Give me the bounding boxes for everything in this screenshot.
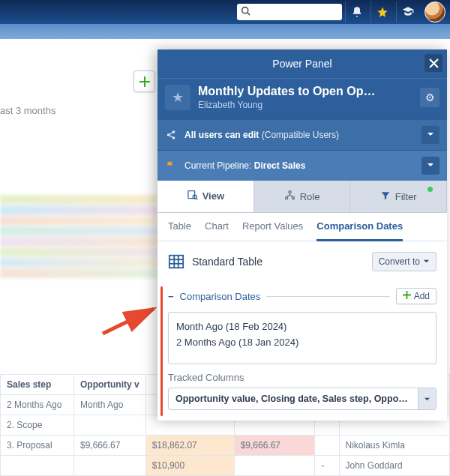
favorite-toggle[interactable]: ★ [165, 85, 190, 110]
comparison-dates-section: − Comparison Dates Add Month Ago (18 Feb… [158, 282, 447, 421]
table-row: 3. Proposal $9,666.67 $18,862.07 $9,666.… [1, 436, 450, 456]
col-opportunity-value: Opportunity v [74, 375, 146, 395]
global-search[interactable] [237, 4, 342, 20]
plus-icon [403, 291, 411, 301]
pipeline-strip[interactable]: Current Pipeline: Direct Sales [158, 150, 447, 181]
favorites-star-icon[interactable] [370, 1, 393, 22]
gear-icon: ⚙ [425, 91, 435, 103]
pipeline-flag-icon [165, 160, 177, 171]
comparison-dates-list[interactable]: Month Ago (18 Feb 2024) 2 Months Ago (18… [168, 312, 436, 364]
tracked-columns-value: Opportunity value, Closing date, Sales s… [169, 388, 418, 409]
chevron-down-icon [427, 160, 434, 171]
user-avatar[interactable] [424, 1, 446, 22]
pipeline-label: Current Pipeline: Direct Sales [184, 160, 305, 171]
report-title: Monthly Updates to Open Op… [198, 85, 412, 98]
primary-tabs: View Role Filter [158, 181, 447, 213]
subtab-comparison-dates[interactable]: Comparison Dates [316, 220, 403, 241]
pipeline-expand[interactable] [422, 157, 440, 175]
filter-icon [380, 190, 391, 203]
svg-point-0 [242, 7, 248, 13]
panel-title: Power Panel [272, 58, 332, 70]
svg-line-10 [196, 199, 197, 200]
chart-wash [0, 195, 158, 279]
svg-line-15 [286, 196, 290, 197]
sharing-strip[interactable]: All users can edit (Compatible Users) [158, 119, 447, 150]
tracked-columns-select[interactable]: Opportunity value, Closing date, Sales s… [168, 388, 436, 410]
subhead-2-months-ago: 2 Months Ago [1, 395, 74, 415]
list-item[interactable]: Month Ago (18 Feb 2024) [176, 319, 428, 334]
minimize-icon[interactable]: − [168, 291, 174, 302]
svg-line-16 [290, 196, 292, 197]
svg-point-14 [292, 197, 294, 199]
svg-line-1 [248, 13, 250, 15]
section-title: Comparison Dates [180, 291, 261, 302]
date-range-hint: ast 3 months [0, 105, 56, 116]
svg-point-6 [167, 133, 170, 136]
secondary-bar [0, 24, 450, 39]
col-sales-step: Sales step [1, 375, 74, 395]
filter-active-badge [428, 187, 433, 192]
search-icon [241, 5, 250, 19]
role-icon [284, 190, 296, 203]
standard-table-icon [168, 253, 184, 270]
tab-role[interactable]: Role [254, 181, 351, 212]
tracked-columns-dropdown[interactable] [418, 388, 436, 409]
secondary-tabs: Table Chart Report Values Comparison Dat… [158, 213, 447, 241]
tab-filter[interactable]: Filter [350, 181, 447, 212]
highlight-bar [160, 286, 163, 416]
share-expand[interactable] [422, 126, 440, 144]
share-icon [165, 130, 177, 140]
chevron-down-icon [424, 394, 430, 405]
subtab-chart[interactable]: Chart [205, 220, 229, 241]
app-topbar [0, 0, 450, 24]
help-academy-icon[interactable] [396, 1, 418, 22]
settings-button[interactable]: ⚙ [420, 88, 440, 107]
svg-point-7 [172, 136, 176, 139]
add-button[interactable] [134, 70, 155, 92]
notifications-icon[interactable] [345, 1, 368, 22]
report-owner: Elizabeth Young [198, 100, 412, 110]
subtab-report-values[interactable]: Report Values [242, 220, 303, 241]
table-row: $10,900 - John Goddard [1, 456, 450, 476]
power-panel: Power Panel ★ Monthly Updates to Open Op… [158, 49, 447, 421]
add-date-button[interactable]: Add [396, 288, 436, 304]
chevron-down-icon [423, 256, 430, 267]
svg-point-13 [285, 197, 287, 199]
svg-rect-17 [170, 256, 183, 268]
tab-view[interactable]: View [158, 181, 254, 212]
list-item[interactable]: 2 Months Ago (18 Jan 2024) [176, 334, 428, 350]
subhead-month-ago: Month Ago [74, 395, 146, 415]
view-icon [187, 189, 198, 202]
svg-point-5 [172, 130, 176, 133]
table-type-row: Standard Table Convert to [158, 241, 447, 282]
chevron-down-icon [427, 130, 434, 140]
svg-rect-8 [188, 191, 195, 199]
panel-header: Power Panel [158, 49, 447, 78]
svg-point-11 [289, 191, 291, 193]
share-label: All users can edit (Compatible Users) [184, 130, 339, 140]
tracked-columns-label: Tracked Columns [168, 372, 436, 383]
convert-to-button[interactable]: Convert to [372, 252, 436, 271]
report-title-row: ★ Monthly Updates to Open Op… Elizabeth … [158, 78, 447, 119]
subtab-table[interactable]: Table [168, 220, 191, 241]
close-button[interactable] [424, 54, 442, 72]
table-type-label: Standard Table [192, 256, 364, 268]
